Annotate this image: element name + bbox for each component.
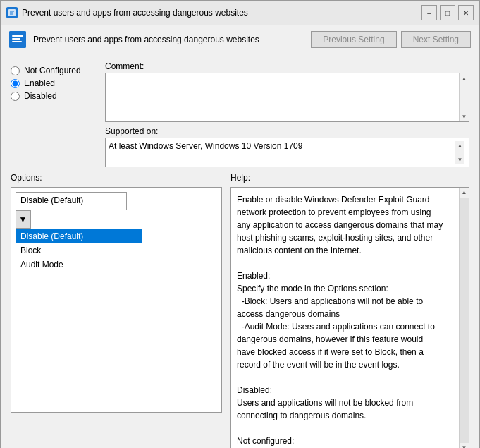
header-section: Prevent users and apps from accessing da… <box>1 25 479 54</box>
help-scroll-up[interactable]: ▲ <box>461 189 468 196</box>
supported-label: Supported on: <box>105 126 469 136</box>
window-title: Prevent users and apps from accessing da… <box>22 8 421 18</box>
window-icon <box>6 7 18 18</box>
comment-scroll-down[interactable]: ▼ <box>461 113 468 120</box>
dropdown-arrow-icon[interactable]: ▼ <box>16 210 31 229</box>
disabled-row: Disabled <box>11 91 95 101</box>
not-configured-row: Not Configured <box>11 66 95 75</box>
enabled-label[interactable]: Enabled <box>24 78 55 88</box>
options-help-section: Options: Disable (Default) ▼ Disable (De… <box>11 173 469 448</box>
close-button[interactable]: ✕ <box>458 5 474 20</box>
enabled-radio[interactable] <box>11 79 20 88</box>
radio-section: Not Configured Enabled Disabled <box>11 61 95 162</box>
options-area: Disable (Default) ▼ Disable (Default) Bl… <box>11 188 221 277</box>
comment-textarea[interactable] <box>106 73 459 122</box>
help-scroll-down[interactable]: ▼ <box>461 444 468 448</box>
options-box: Disable (Default) ▼ Disable (Default) Bl… <box>11 187 222 413</box>
dropdown-selected-display: Disable (Default) ▼ <box>16 192 142 229</box>
supported-scrollbar: ▲ ▼ <box>455 141 464 164</box>
dropdown-value[interactable]: Disable (Default) <box>16 192 127 210</box>
svg-rect-2 <box>12 35 23 37</box>
dropdown-list: Disable (Default) Block Audit Mode <box>16 229 142 272</box>
next-setting-button[interactable]: Next Setting <box>401 31 471 48</box>
help-scroll-track <box>460 198 469 443</box>
dropdown-container: Disable (Default) ▼ Disable (Default) Bl… <box>16 192 142 272</box>
comment-scrollbar: ▲ ▼ <box>459 73 469 121</box>
svg-rect-4 <box>12 41 22 42</box>
previous-setting-button[interactable]: Previous Setting <box>311 31 396 48</box>
comment-box: ▲ ▼ <box>105 73 469 122</box>
policy-icon <box>9 31 26 48</box>
dropdown-item-audit[interactable]: Audit Mode <box>16 258 142 272</box>
title-bar-buttons: – □ ✕ <box>421 5 474 20</box>
title-bar: Prevent users and apps from accessing da… <box>1 1 479 25</box>
svg-rect-3 <box>12 38 20 40</box>
supported-value: At least Windows Server, Windows 10 Vers… <box>109 141 455 151</box>
maximize-button[interactable]: □ <box>440 5 455 20</box>
header-title: Prevent users and apps from accessing da… <box>33 35 311 44</box>
help-box: Enable or disable Windows Defender Explo… <box>230 187 469 448</box>
disabled-radio[interactable] <box>11 92 20 101</box>
comment-scroll-up[interactable]: ▲ <box>461 75 468 82</box>
disabled-label[interactable]: Disabled <box>24 91 57 101</box>
supported-scroll-down[interactable]: ▼ <box>457 156 464 163</box>
dropdown-item-disable[interactable]: Disable (Default) <box>16 229 142 243</box>
comment-label: Comment: <box>105 61 469 71</box>
header-buttons: Previous Setting Next Setting <box>311 31 471 48</box>
content-area: Not Configured Enabled Disabled Comment: <box>1 54 479 448</box>
help-label: Help: <box>230 173 469 183</box>
supported-section: Supported on: At least Windows Server, W… <box>105 126 469 167</box>
not-configured-label[interactable]: Not Configured <box>24 66 81 75</box>
options-label: Options: <box>11 173 222 183</box>
help-scrollbar: ▲ ▼ <box>459 188 469 448</box>
options-column: Options: Disable (Default) ▼ Disable (De… <box>11 173 222 448</box>
right-fields: Comment: ▲ ▼ Supported on: At least Wind… <box>105 61 469 167</box>
dropdown-item-block[interactable]: Block <box>16 243 142 258</box>
supported-scroll-up[interactable]: ▲ <box>457 142 464 149</box>
help-text: Enable or disable Windows Defender Explo… <box>237 193 453 447</box>
help-column: Help: Enable or disable Windows Defender… <box>230 173 469 448</box>
main-window: Prevent users and apps from accessing da… <box>0 0 480 448</box>
supported-box: At least Windows Server, Windows 10 Vers… <box>105 138 469 167</box>
minimize-button[interactable]: – <box>421 5 437 20</box>
enabled-row: Enabled <box>11 78 95 88</box>
comment-section: Comment: ▲ ▼ <box>105 61 469 122</box>
not-configured-radio[interactable] <box>11 66 20 75</box>
